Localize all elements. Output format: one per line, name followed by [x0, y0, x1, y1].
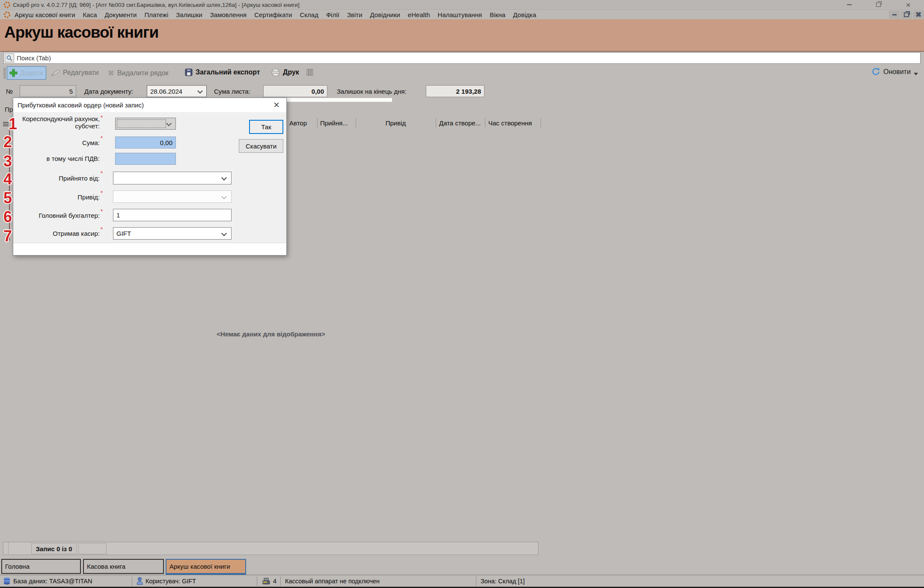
- chief-accountant-input[interactable]: 1: [113, 209, 232, 221]
- menu-item-dovidnyky[interactable]: Довідники: [366, 11, 404, 18]
- page-title: Аркуш касової книги: [0, 19, 924, 42]
- column-separator[interactable]: [436, 118, 436, 128]
- column-separator[interactable]: [356, 118, 356, 128]
- app-logo-icon: [3, 11, 11, 18]
- day-end-balance-label: Залишок на кінець дня:: [337, 88, 407, 95]
- annotation-number-2: 2: [3, 134, 12, 150]
- clipped-background-label: Пр: [5, 106, 13, 113]
- accepted-from-combobox[interactable]: [113, 172, 232, 184]
- menu-item-nalashtuvannia[interactable]: Налаштування: [434, 11, 486, 18]
- edit-button[interactable]: Редагувати: [51, 68, 99, 77]
- save-disk-icon: [185, 68, 193, 76]
- dialog-close-button[interactable]: ×: [270, 99, 283, 111]
- label-line1: Кореспондуючий рахунок,: [22, 115, 100, 122]
- statusbar-divider: [132, 576, 132, 586]
- sum-field[interactable]: 0,00: [115, 137, 176, 148]
- restore-button[interactable]: [868, 0, 888, 9]
- column-header-reason[interactable]: Привід: [356, 118, 436, 128]
- corresponding-account-label: Кореспондуючий рахунок, субсчет:: [18, 115, 100, 130]
- refresh-icon: [871, 67, 880, 76]
- number-label: №: [6, 88, 13, 95]
- column-separator[interactable]: [317, 118, 318, 128]
- minimize-button[interactable]: [839, 0, 859, 9]
- mdi-restore-button[interactable]: [901, 11, 912, 19]
- menu-item-kasova-knyha[interactable]: Аркуш касової книги: [11, 11, 79, 18]
- annotation-number-1: 1: [9, 116, 17, 132]
- columns-settings-button[interactable]: [306, 69, 313, 77]
- menu-item-dovidka[interactable]: Довідка: [509, 11, 540, 18]
- chief-accountant-label: Головний бухгалтер:: [18, 212, 100, 219]
- mdi-minimize-button[interactable]: [889, 11, 900, 19]
- sum-label: Сума:: [18, 139, 100, 146]
- export-button[interactable]: Загальний експорт: [185, 68, 260, 76]
- reason-label: Привід:: [18, 193, 100, 201]
- ok-button[interactable]: Так: [249, 120, 283, 134]
- column-header-author[interactable]: Автор: [289, 118, 315, 128]
- day-end-balance-field[interactable]: 2 193,28: [426, 85, 484, 97]
- grid-empty-message: <Немає даних для відображення>: [0, 330, 542, 338]
- edit-button-label: Редагувати: [63, 69, 99, 77]
- grid-menu-icon[interactable]: [3, 121, 9, 128]
- annotation-number-7: 7: [3, 229, 12, 244]
- menu-item-zalyshky[interactable]: Залишки: [172, 11, 206, 18]
- annotation-number-5: 5: [3, 190, 12, 206]
- menu-item-dokumenty[interactable]: Документи: [101, 11, 141, 18]
- received-cashier-combobox[interactable]: GIFT: [113, 227, 232, 240]
- record-counter: Запис 0 із 0: [31, 543, 77, 554]
- user-status: Користувач: GIFT: [146, 578, 196, 585]
- required-asterisk: *: [101, 226, 103, 232]
- dropdown-caret-icon[interactable]: [914, 73, 918, 75]
- export-button-label: Загальний експорт: [196, 68, 260, 76]
- search-input[interactable]: Поиск (Tab): [3, 52, 921, 64]
- menu-item-ehealth[interactable]: eHealth: [404, 11, 434, 18]
- menu-item-platezhi[interactable]: Платежі: [140, 11, 172, 18]
- menu-item-zamovlennia[interactable]: Замовлення: [206, 11, 250, 18]
- refresh-button-label: Оновити: [883, 68, 911, 76]
- incoming-cash-order-dialog: Прибутковий касовий ордер (новий запис) …: [13, 98, 287, 255]
- print-button[interactable]: Друк: [271, 68, 299, 76]
- toolbar-grip-handle[interactable]: [3, 68, 6, 79]
- delete-row-button[interactable]: ✖ Видалити рядок: [108, 68, 169, 78]
- cancel-button[interactable]: Скасувати: [239, 139, 283, 153]
- app-logo-icon: [3, 1, 11, 9]
- focus-rect: [117, 119, 166, 128]
- delete-button-label: Видалити рядок: [117, 69, 168, 77]
- column-separator[interactable]: [541, 118, 541, 128]
- column-header-time-created[interactable]: Час створення: [488, 118, 539, 128]
- required-asterisk: *: [101, 114, 103, 121]
- add-button[interactable]: Додати: [7, 66, 46, 80]
- mdi-close-button[interactable]: ✖: [913, 11, 924, 19]
- menu-item-zvity[interactable]: Звіти: [343, 11, 366, 18]
- document-date-label: Дата документу:: [84, 88, 133, 95]
- close-icon: ×: [273, 99, 279, 111]
- tab-holovna[interactable]: Головна: [1, 559, 81, 574]
- tab-arkush-kasovoi-knyhy[interactable]: Аркуш касової книги: [166, 559, 246, 574]
- column-separator[interactable]: [485, 118, 485, 128]
- menu-item-vikna[interactable]: Вікна: [486, 11, 509, 18]
- statusbar-divider: [476, 576, 476, 586]
- plus-icon: [9, 69, 18, 77]
- menu-item-filii[interactable]: Філії: [322, 11, 343, 18]
- print-button-label: Друк: [283, 68, 299, 76]
- vat-field[interactable]: [115, 153, 176, 165]
- required-asterisk: *: [101, 170, 103, 176]
- accepted-from-label: Прийнято від:: [18, 175, 100, 182]
- received-cashier-label: Отримав касир:: [18, 230, 100, 237]
- dialog-footer: [13, 243, 286, 255]
- tab-kasova-knyha[interactable]: Касова книга: [83, 559, 164, 574]
- column-header-accepted[interactable]: Прийня...: [320, 118, 354, 128]
- sheet-sum-field[interactable]: 0,00: [263, 85, 327, 97]
- search-icon-button[interactable]: [5, 53, 14, 62]
- number-field[interactable]: 5: [20, 85, 76, 97]
- refresh-button[interactable]: Оновити: [871, 67, 918, 76]
- menu-item-kasa[interactable]: Каса: [79, 11, 101, 18]
- sheet-sum-label: Сума листа:: [214, 88, 250, 95]
- columns-icon: [306, 69, 313, 76]
- record-navigator-box: [78, 543, 107, 554]
- menu-item-sklad[interactable]: Склад: [296, 11, 322, 18]
- close-button[interactable]: ×: [898, 0, 918, 9]
- column-header-date-created[interactable]: Дата створе...: [439, 118, 482, 128]
- close-icon: ×: [906, 1, 910, 9]
- menu-item-sertyfikaty[interactable]: Сертифікати: [250, 11, 296, 18]
- reason-combobox[interactable]: [113, 190, 232, 203]
